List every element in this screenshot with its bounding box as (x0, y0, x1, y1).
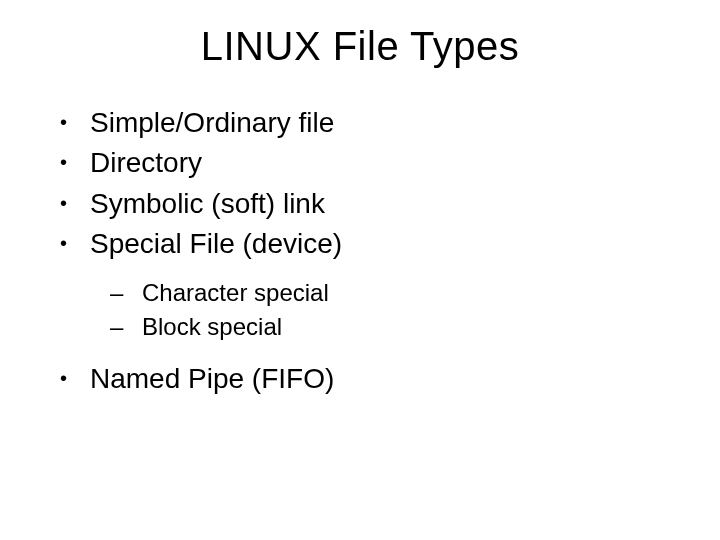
sub-list-item-text: Character special (142, 277, 329, 309)
bullet-icon: • (60, 105, 90, 139)
bullet-icon: • (60, 186, 90, 220)
list-item: • Named Pipe (FIFO) (60, 361, 670, 397)
list-item: • Directory (60, 145, 670, 181)
list-item: • Simple/Ordinary file (60, 105, 670, 141)
list-item-text: Symbolic (soft) link (90, 186, 325, 222)
dash-icon: – (110, 277, 142, 309)
list-item: • Special File (device) (60, 226, 670, 262)
sub-list-item-text: Block special (142, 311, 282, 343)
bullet-icon: • (60, 145, 90, 179)
dash-icon: – (110, 311, 142, 343)
sub-list-item: – Block special (110, 311, 670, 343)
bullet-list: • Simple/Ordinary file • Directory • Sym… (50, 105, 670, 263)
list-item: • Symbolic (soft) link (60, 186, 670, 222)
slide: LINUX File Types • Simple/Ordinary file … (0, 0, 720, 540)
bullet-list-continued: • Named Pipe (FIFO) (50, 361, 670, 397)
list-item-text: Simple/Ordinary file (90, 105, 334, 141)
bullet-icon: • (60, 361, 90, 395)
list-item-text: Named Pipe (FIFO) (90, 361, 334, 397)
sub-bullet-list: – Character special – Block special (50, 277, 670, 344)
bullet-icon: • (60, 226, 90, 260)
slide-title: LINUX File Types (50, 24, 670, 69)
list-item-text: Directory (90, 145, 202, 181)
list-item-text: Special File (device) (90, 226, 342, 262)
sub-list-item: – Character special (110, 277, 670, 309)
